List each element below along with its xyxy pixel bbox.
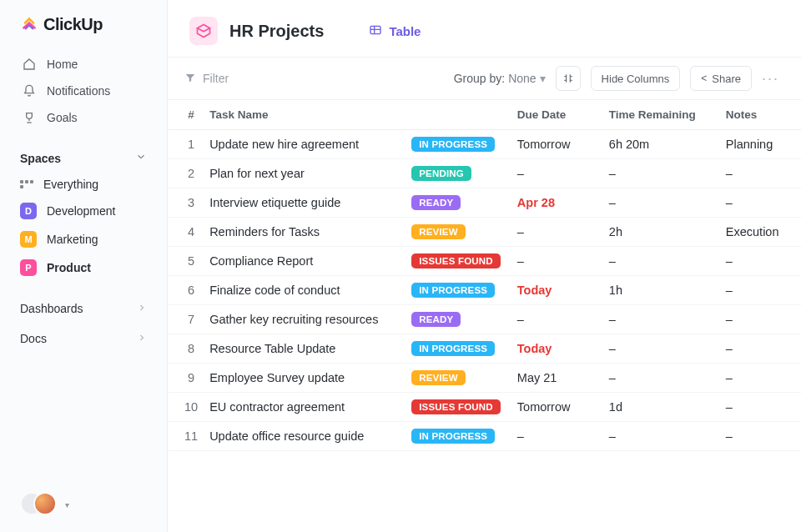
view-tab-table[interactable]: Table	[369, 23, 421, 39]
cell-notes[interactable]: –	[718, 364, 801, 393]
cell-notes[interactable]: –	[718, 334, 801, 364]
table-row[interactable]: 6Finalize code of conductIN PROGRESSToda…	[168, 276, 801, 305]
cell-status[interactable]: IN PROGRESS	[403, 422, 509, 451]
col-time[interactable]: Time Remaining	[601, 100, 718, 130]
cell-notes[interactable]: Planning	[718, 130, 801, 159]
cell-task[interactable]: Plan for next year	[203, 159, 403, 188]
cell-notes[interactable]: –	[718, 393, 801, 422]
cell-task[interactable]: Interview etiquette guide	[203, 188, 403, 218]
col-task[interactable]: Task Name	[203, 100, 403, 130]
sidebar-dashboards[interactable]: Dashboards	[0, 294, 167, 324]
user-switcher[interactable]: ▾	[20, 492, 69, 517]
col-due[interactable]: Due Date	[509, 100, 601, 130]
cell-due[interactable]: –	[509, 218, 601, 247]
cell-time[interactable]: –	[601, 334, 718, 364]
cell-time[interactable]: –	[601, 247, 718, 276]
cell-time[interactable]: –	[601, 305, 718, 334]
sidebar-item-space[interactable]: MMarketing	[0, 225, 167, 253]
cell-notes[interactable]: –	[718, 247, 801, 276]
sidebar-item-space[interactable]: PProduct	[0, 253, 167, 282]
table-row[interactable]: 3Interview etiquette guideREADYApr 28––	[168, 188, 801, 218]
table-row[interactable]: 8Resource Table UpdateIN PROGRESSToday––	[168, 334, 801, 364]
cell-status[interactable]: READY	[403, 305, 509, 334]
cell-time[interactable]: 1h	[601, 276, 718, 305]
groupby-selector[interactable]: Group by: None ▾	[454, 72, 546, 85]
cell-due[interactable]: Today	[509, 334, 601, 364]
table-row[interactable]: 1Update new hire agreementIN PROGRESSTom…	[168, 130, 801, 159]
cell-status[interactable]: READY	[403, 188, 509, 218]
spaces-label: Spaces	[20, 152, 61, 165]
table-row[interactable]: 11Update office resource guideIN PROGRES…	[168, 422, 801, 451]
chevron-down-icon	[135, 151, 147, 165]
cell-due[interactable]: Today	[509, 276, 601, 305]
col-num[interactable]: #	[168, 100, 203, 130]
cell-notes[interactable]: –	[718, 305, 801, 334]
cell-due[interactable]: May 21	[509, 364, 601, 393]
cell-status[interactable]: IN PROGRESS	[403, 276, 509, 305]
cell-task[interactable]: Update new hire agreement	[203, 130, 403, 159]
nav-goals[interactable]: Goals	[0, 104, 167, 131]
table-row[interactable]: 2Plan for next yearPENDING–––	[168, 159, 801, 188]
cell-time[interactable]: –	[601, 159, 718, 188]
cell-due[interactable]: –	[509, 305, 601, 334]
table-row[interactable]: 4Reminders for TasksREVIEW–2hExecution	[168, 218, 801, 247]
cell-task[interactable]: Resource Table Update	[203, 334, 403, 364]
brand-logo[interactable]: ClickUp	[0, 15, 167, 46]
table-row[interactable]: 7Gather key recruiting resourcesREADY–––	[168, 305, 801, 334]
bell-icon	[22, 83, 37, 98]
cell-status[interactable]: IN PROGRESS	[403, 130, 509, 159]
cell-status[interactable]: ISSUES FOUND	[403, 393, 509, 422]
status-badge: IN PROGRESS	[411, 137, 495, 152]
cell-status[interactable]: IN PROGRESS	[403, 334, 509, 364]
cell-num: 10	[168, 393, 203, 422]
share-button[interactable]: < Share	[690, 66, 752, 91]
cell-due[interactable]: Tomorrow	[509, 393, 601, 422]
tasks-table: # Task Name Due Date Time Remaining Note…	[168, 100, 801, 451]
cell-status[interactable]: REVIEW	[403, 218, 509, 247]
cell-due[interactable]: –	[509, 422, 601, 451]
col-status[interactable]	[403, 100, 509, 130]
cell-status[interactable]: REVIEW	[403, 364, 509, 393]
cell-time[interactable]: 2h	[601, 218, 718, 247]
cell-task[interactable]: Gather key recruiting resources	[203, 305, 403, 334]
cell-task[interactable]: Compliance Report	[203, 247, 403, 276]
nav-notifications[interactable]: Notifications	[0, 78, 167, 104]
cell-time[interactable]: –	[601, 188, 718, 218]
cell-time[interactable]: 1d	[601, 393, 718, 422]
cell-notes[interactable]: –	[718, 188, 801, 218]
hide-columns-button[interactable]: Hide Columns	[591, 66, 681, 91]
more-menu-button[interactable]: ···	[762, 70, 779, 88]
cell-status[interactable]: ISSUES FOUND	[403, 247, 509, 276]
sidebar-item-everything[interactable]: Everything	[0, 172, 167, 197]
cell-time[interactable]: 6h 20m	[601, 130, 718, 159]
status-badge: ISSUES FOUND	[411, 399, 501, 414]
cell-notes[interactable]: –	[718, 159, 801, 188]
cell-num: 5	[168, 247, 203, 276]
col-notes[interactable]: Notes	[718, 100, 801, 130]
cell-time[interactable]: –	[601, 364, 718, 393]
cell-task[interactable]: Employee Survey update	[203, 364, 403, 393]
cell-num: 9	[168, 364, 203, 393]
cell-time[interactable]: –	[601, 422, 718, 451]
table-row[interactable]: 9Employee Survey updateREVIEWMay 21––	[168, 364, 801, 393]
table-row[interactable]: 10EU contractor agreementISSUES FOUNDTom…	[168, 393, 801, 422]
spaces-header[interactable]: Spaces	[0, 136, 167, 172]
cell-notes[interactable]: –	[718, 422, 801, 451]
cell-task[interactable]: Finalize code of conduct	[203, 276, 403, 305]
filter-button[interactable]: Filter	[184, 72, 229, 86]
row-height-button[interactable]	[556, 66, 581, 91]
cell-due[interactable]: –	[509, 159, 601, 188]
cell-task[interactable]: Update office resource guide	[203, 422, 403, 451]
cell-due[interactable]: Apr 28	[509, 188, 601, 218]
cell-task[interactable]: Reminders for Tasks	[203, 218, 403, 247]
cell-notes[interactable]: –	[718, 276, 801, 305]
sidebar-docs[interactable]: Docs	[0, 324, 167, 354]
cell-due[interactable]: Tomorrow	[509, 130, 601, 159]
sidebar-item-space[interactable]: DDevelopment	[0, 197, 167, 225]
nav-home[interactable]: Home	[0, 51, 167, 78]
cell-notes[interactable]: Execution	[718, 218, 801, 247]
cell-due[interactable]: –	[509, 247, 601, 276]
table-row[interactable]: 5Compliance ReportISSUES FOUND–––	[168, 247, 801, 276]
cell-task[interactable]: EU contractor agreement	[203, 393, 403, 422]
cell-status[interactable]: PENDING	[403, 159, 509, 188]
